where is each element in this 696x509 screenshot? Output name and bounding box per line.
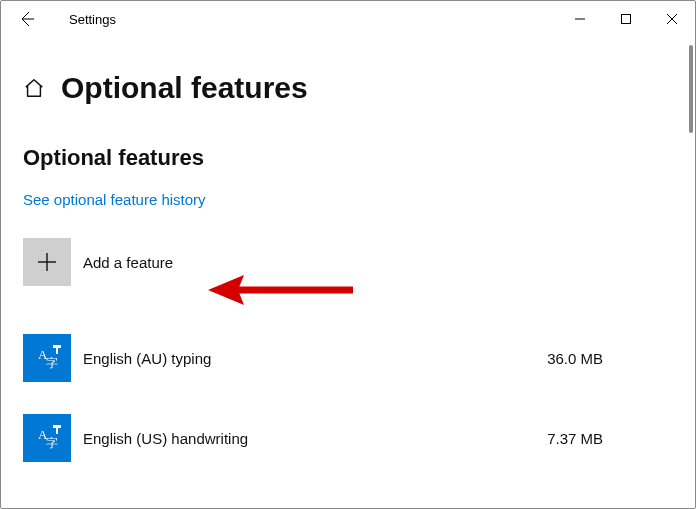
page-title: Optional features xyxy=(61,71,308,105)
svg-rect-8 xyxy=(53,345,61,348)
feature-row[interactable]: A 字 English (AU) typing 36.0 MB xyxy=(23,334,673,382)
back-button[interactable] xyxy=(9,1,45,37)
svg-text:字: 字 xyxy=(46,356,58,370)
add-feature-button[interactable] xyxy=(23,238,71,286)
language-icon: A 字 xyxy=(23,334,71,382)
back-arrow-icon xyxy=(19,11,35,27)
section-title: Optional features xyxy=(23,145,673,171)
feature-name: English (US) handwriting xyxy=(83,430,535,447)
app-title: Settings xyxy=(69,12,116,27)
svg-rect-13 xyxy=(56,428,58,434)
close-icon xyxy=(666,13,678,25)
add-feature-row[interactable]: Add a feature xyxy=(23,238,673,286)
history-link[interactable]: See optional feature history xyxy=(23,191,206,208)
svg-rect-9 xyxy=(56,348,58,354)
maximize-icon xyxy=(620,13,632,25)
minimize-button[interactable] xyxy=(557,3,603,35)
feature-row[interactable]: A 字 English (US) handwriting 7.37 MB xyxy=(23,414,673,462)
plus-icon xyxy=(36,251,58,273)
feature-name: English (AU) typing xyxy=(83,350,535,367)
maximize-button[interactable] xyxy=(603,3,649,35)
home-icon[interactable] xyxy=(23,77,45,99)
add-feature-label: Add a feature xyxy=(83,254,173,271)
close-button[interactable] xyxy=(649,3,695,35)
window-controls xyxy=(557,3,695,35)
svg-text:字: 字 xyxy=(46,436,58,450)
language-icon: A 字 xyxy=(23,414,71,462)
feature-size: 36.0 MB xyxy=(547,350,603,367)
svg-rect-1 xyxy=(622,15,631,24)
titlebar: Settings xyxy=(1,1,695,37)
feature-size: 7.37 MB xyxy=(547,430,603,447)
page-header: Optional features xyxy=(23,71,673,105)
svg-rect-12 xyxy=(53,425,61,428)
scrollbar[interactable] xyxy=(689,45,693,133)
minimize-icon xyxy=(574,13,586,25)
content-area: Optional features Optional features See … xyxy=(1,37,695,462)
